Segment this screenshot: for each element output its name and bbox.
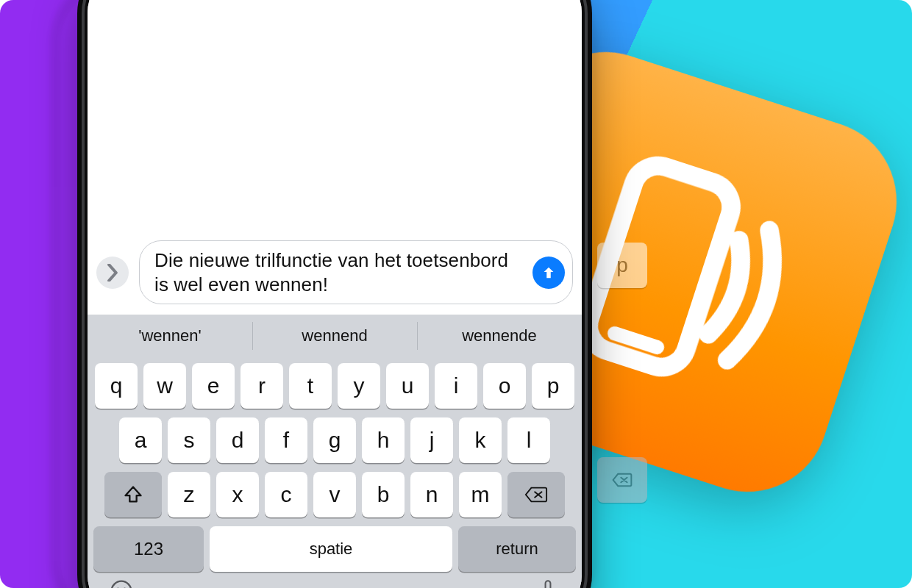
key-g[interactable]: g [313, 417, 356, 463]
key-j[interactable]: j [410, 417, 453, 463]
message-input-text: Die nieuwe trilfunctie van het toetsenbo… [154, 248, 525, 296]
suggestion[interactable]: wennend [252, 315, 417, 357]
suggestion-bar: 'wennen' wennend wennende [88, 315, 582, 357]
key-h[interactable]: h [362, 417, 405, 463]
key-w[interactable]: w [143, 363, 186, 409]
send-button[interactable] [532, 257, 565, 289]
key-b[interactable]: b [362, 472, 405, 517]
key-d[interactable]: d [216, 417, 259, 463]
numbers-key[interactable]: 123 [93, 526, 204, 572]
message-input-bubble[interactable]: Die nieuwe trilfunctie van het toetsenbo… [139, 240, 573, 304]
smiley-icon [110, 579, 133, 588]
key-row-1: q w e r t y u i o p [93, 363, 576, 409]
svg-rect-5 [546, 581, 551, 588]
key-i[interactable]: i [435, 363, 477, 409]
suggestion[interactable]: wennende [417, 315, 582, 357]
shift-icon [123, 484, 143, 505]
key-k[interactable]: k [459, 417, 502, 463]
ghost-keys-right: p [597, 243, 663, 503]
messages-content: Die nieuwe trilfunctie van het toetsenbo… [88, 0, 582, 315]
keyboard-bottom-bar [88, 576, 582, 588]
key-row-3: z x c v b n m [93, 472, 576, 517]
return-key[interactable]: return [458, 526, 576, 572]
key-n[interactable]: n [410, 472, 453, 517]
key-o[interactable]: o [483, 363, 526, 409]
key-l[interactable]: l [507, 417, 550, 463]
key-v[interactable]: v [313, 472, 356, 517]
key-f[interactable]: f [265, 417, 307, 463]
svg-point-2 [112, 581, 132, 588]
key-q[interactable]: q [95, 363, 138, 409]
key-rows: q w e r t y u i o p a s d [88, 357, 582, 576]
delete-key[interactable] [507, 472, 565, 517]
key-a[interactable]: a [119, 417, 162, 463]
iphone-device: Die nieuwe trilfunctie van het toetsenbo… [77, 0, 592, 588]
key-c[interactable]: c [265, 472, 307, 517]
emoji-keyboard-button[interactable] [107, 576, 136, 588]
key-e[interactable]: e [192, 363, 235, 409]
arrow-up-icon [541, 265, 557, 281]
key-x[interactable]: x [216, 472, 259, 517]
key-r[interactable]: r [241, 363, 283, 409]
chevron-right-icon [106, 264, 119, 282]
microphone-icon [538, 579, 558, 588]
ios-keyboard: 'wennen' wennend wennende q w e r t y u … [88, 315, 582, 588]
key-s[interactable]: s [168, 417, 210, 463]
key-t[interactable]: t [289, 363, 332, 409]
space-key[interactable]: spatie [210, 526, 452, 572]
promo-image: q a p Die nieuwe trilfuncti [0, 0, 912, 588]
expand-apps-button[interactable] [96, 257, 129, 289]
backspace-icon [524, 486, 548, 503]
key-row-4: 123 spatie return [93, 526, 576, 572]
ghost-key: p [597, 243, 647, 288]
key-row-2: a s d f g h j k l [93, 417, 576, 463]
key-m[interactable]: m [459, 472, 502, 517]
phone-screen: Die nieuwe trilfunctie van het toetsenbo… [88, 0, 582, 588]
shift-key[interactable] [104, 472, 162, 517]
key-u[interactable]: u [386, 363, 429, 409]
ghost-delete-icon [597, 457, 647, 503]
suggestion[interactable]: 'wennen' [88, 315, 252, 357]
key-p[interactable]: p [532, 363, 574, 409]
message-input-row: Die nieuwe trilfunctie van het toetsenbo… [96, 240, 573, 304]
key-z[interactable]: z [168, 472, 210, 517]
key-y[interactable]: y [338, 363, 380, 409]
dictation-button[interactable] [533, 576, 563, 588]
